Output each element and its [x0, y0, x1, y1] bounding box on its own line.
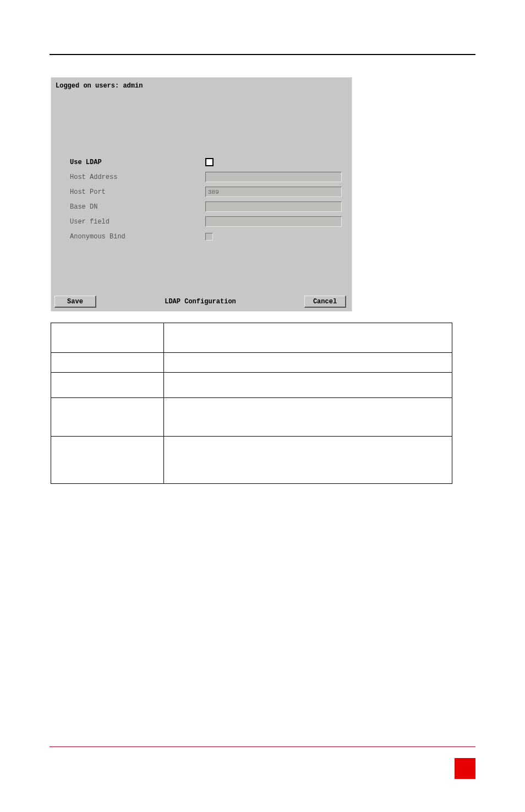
page-footer: [50, 746, 475, 751]
ldap-config-window: Logged on users: admin Use LDAP Host Add…: [51, 77, 352, 312]
checkbox-anonymous-bind[interactable]: [205, 233, 213, 241]
label-host-port: Host Port: [70, 188, 205, 196]
table-header-row: [51, 323, 452, 353]
row-anonymous-bind: Anonymous Bind: [70, 229, 342, 244]
window-title: LDAP Configuration: [165, 298, 236, 306]
cancel-button[interactable]: Cancel: [304, 296, 346, 308]
row-host-address: Host Address: [70, 170, 342, 184]
row-host-port: Host Port: [70, 184, 342, 199]
page-number-box: [455, 758, 475, 779]
table-row: [51, 437, 452, 484]
cell-desc: [164, 398, 452, 437]
th-description: [164, 323, 452, 353]
cell-option: [51, 437, 164, 484]
ldap-form: Use LDAP Host Address Host Port Base DN …: [70, 155, 342, 244]
label-use-ldap: Use LDAP: [70, 159, 205, 166]
th-option: [51, 323, 164, 353]
input-host-port[interactable]: [205, 187, 342, 197]
ldap-options-table: [51, 323, 452, 484]
cell-desc: [164, 353, 452, 373]
window-bottom-bar: Save LDAP Configuration Cancel: [54, 296, 346, 308]
input-user-field[interactable]: [205, 216, 342, 227]
input-host-address[interactable]: [205, 172, 342, 182]
table-row: [51, 353, 452, 373]
save-button[interactable]: Save: [54, 296, 96, 308]
row-user-field: User field: [70, 214, 342, 229]
cell-desc: [164, 373, 452, 398]
cell-option: [51, 398, 164, 437]
table-row: [51, 373, 452, 398]
row-base-dn: Base DN: [70, 199, 342, 214]
table-row: [51, 398, 452, 437]
label-user-field: User field: [70, 218, 205, 226]
cell-option: [51, 353, 164, 373]
label-anonymous-bind: Anonymous Bind: [70, 233, 205, 241]
input-base-dn[interactable]: [205, 201, 342, 212]
row-use-ldap: Use LDAP: [70, 155, 342, 170]
checkbox-use-ldap[interactable]: [205, 158, 214, 166]
label-base-dn: Base DN: [70, 203, 205, 211]
cell-desc: [164, 437, 452, 484]
logged-on-users-label: Logged on users: admin: [56, 82, 143, 90]
label-host-address: Host Address: [70, 173, 205, 181]
page-header: [50, 33, 475, 55]
cell-option: [51, 373, 164, 398]
